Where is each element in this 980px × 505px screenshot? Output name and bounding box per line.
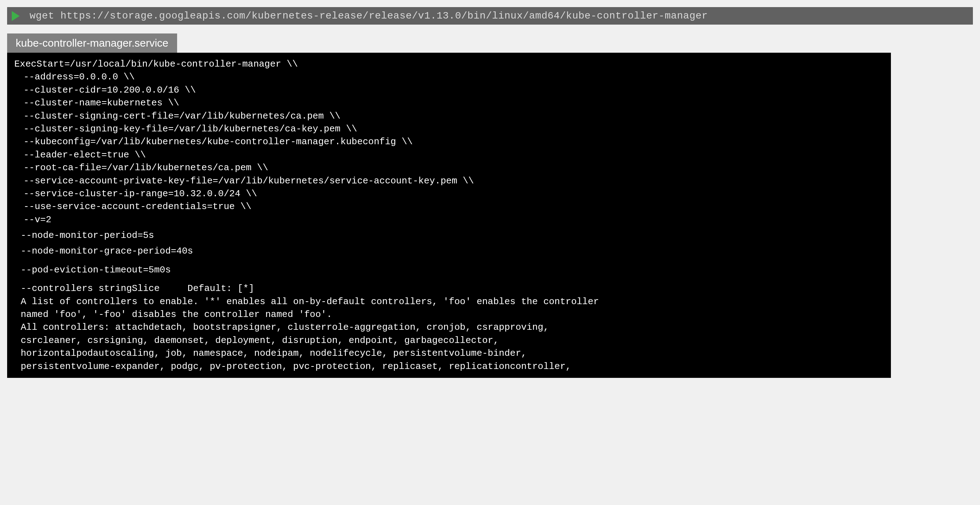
play-icon[interactable] (12, 11, 20, 21)
code-line: All controllers: attachdetach, bootstrap… (14, 321, 884, 334)
code-line: ExecStart=/usr/local/bin/kube-controller… (14, 58, 884, 70)
code-line: named 'foo', '-foo' disables the control… (14, 308, 884, 321)
code-line: --use-service-account-credentials=true \… (14, 200, 884, 213)
code-line: --cluster-signing-key-file=/var/lib/kube… (14, 122, 884, 135)
code-line: --node-monitor-grace-period=40s (14, 245, 884, 257)
code-line: --kubeconfig=/var/lib/kubernetes/kube-co… (14, 135, 884, 148)
code-line: A list of controllers to enable. '*' ena… (14, 295, 884, 308)
code-block: ExecStart=/usr/local/bin/kube-controller… (7, 53, 891, 378)
code-line: --service-account-private-key-file=/var/… (14, 175, 884, 187)
main-container: wget https://storage.googleapis.com/kube… (7, 7, 973, 378)
code-line: --root-ca-file=/var/lib/kubernetes/ca.pe… (14, 161, 884, 174)
code-line: --v=2 (14, 213, 884, 226)
code-line: horizontalpodautoscaling, job, namespace… (14, 347, 884, 360)
code-line: --address=0.0.0.0 \\ (14, 70, 884, 83)
tab-title: kube-controller-manager.service (16, 37, 169, 49)
code-line: csrcleaner, csrsigning, daemonset, deplo… (14, 334, 884, 347)
code-line: --node-monitor-period=5s (14, 229, 884, 242)
code-line: --service-cluster-ip-range=10.32.0.0/24 … (14, 187, 884, 200)
command-text: wget https://storage.googleapis.com/kube… (30, 10, 708, 21)
code-line: --cluster-signing-cert-file=/var/lib/kub… (14, 110, 884, 122)
code-line: --cluster-cidr=10.200.0.0/16 \\ (14, 84, 884, 97)
file-tab[interactable]: kube-controller-manager.service (7, 33, 177, 53)
command-bar: wget https://storage.googleapis.com/kube… (7, 7, 973, 25)
code-line: --pod-eviction-timeout=5m0s (14, 264, 884, 276)
code-line: --controllers stringSlice Default: [*] (14, 282, 884, 295)
code-line: --leader-elect=true \\ (14, 149, 884, 161)
code-line: persistentvolume-expander, podgc, pv-pro… (14, 360, 884, 373)
code-line: --cluster-name=kubernetes \\ (14, 97, 884, 110)
